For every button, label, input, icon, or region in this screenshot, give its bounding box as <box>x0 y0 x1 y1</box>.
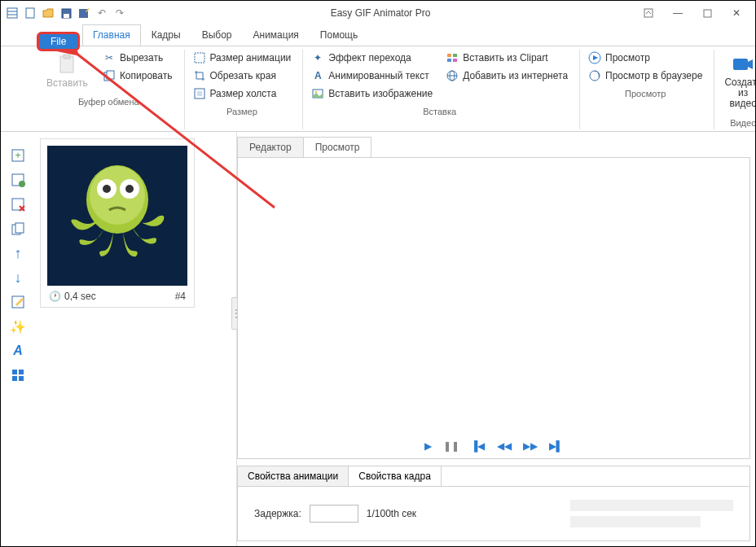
scissors-icon: ✂ <box>103 51 116 64</box>
app-window: ↶ ↷ Easy GIF Animator Pro — ✕ File Главн… <box>1 1 755 546</box>
undo-icon[interactable]: ↶ <box>95 7 108 20</box>
pause-button[interactable]: ❚❚ <box>443 440 459 452</box>
close-button[interactable]: ✕ <box>723 4 750 22</box>
tab-main[interactable]: Главная <box>82 24 141 46</box>
crop-button[interactable]: Обрезать края <box>190 68 295 84</box>
redo-icon[interactable]: ↷ <box>113 7 126 20</box>
clipart-icon <box>446 51 459 64</box>
duplicate-frame-icon[interactable] <box>10 221 26 237</box>
title-bar: ↶ ↷ Easy GIF Animator Pro — ✕ <box>1 1 755 25</box>
placeholder-bar <box>570 516 701 527</box>
svg-rect-44 <box>12 370 17 374</box>
first-frame-button[interactable]: ▐◀ <box>471 440 486 452</box>
sparkle-icon: ✦ <box>311 51 324 64</box>
octopus-icon <box>56 155 178 277</box>
svg-rect-6 <box>79 9 88 18</box>
insert-frame-icon[interactable] <box>10 172 26 188</box>
from-clipart-button[interactable]: Вставить из Clipart <box>442 50 571 66</box>
group-clipboard-label: Буфер обмена <box>42 94 176 107</box>
group-size-label: Размер <box>190 103 295 116</box>
clock-icon: 🕐 <box>49 291 61 302</box>
delay-input[interactable] <box>310 505 358 523</box>
editor-tab[interactable]: Редактор <box>237 137 304 157</box>
preview-tab[interactable]: Просмотр <box>303 137 372 157</box>
grid-icon[interactable] <box>10 367 26 383</box>
paste-button: Вставить <box>42 50 93 92</box>
paste-label: Вставить <box>46 77 88 89</box>
copy-icon <box>103 69 116 82</box>
create-from-video-button[interactable]: Создать из видео <box>719 50 756 113</box>
svg-rect-15 <box>197 91 202 96</box>
image-icon <box>311 87 324 100</box>
delay-unit: 1/100th сек <box>367 508 416 519</box>
window-controls: — ✕ <box>635 4 750 22</box>
maximize-button[interactable] <box>693 4 721 22</box>
resize-icon <box>193 51 206 64</box>
open-folder-icon[interactable] <box>42 7 55 20</box>
properties-panel: Свойства анимации Свойства кадра Задержк… <box>237 466 750 541</box>
frames-panel: 🕐0,4 sec #4 ⋮ <box>33 132 237 546</box>
browser-preview-button[interactable]: Просмотр в браузере <box>585 68 705 84</box>
save-as-icon[interactable] <box>77 7 90 20</box>
group-insert: ✦Эффект перехода AАнимированный текст Вс… <box>303 50 580 129</box>
svg-rect-45 <box>19 370 24 374</box>
group-size: Размер анимации Обрезать края Размер хол… <box>185 50 304 129</box>
wand-icon[interactable]: ✨ <box>10 318 26 335</box>
quick-access-toolbar: ↶ ↷ <box>6 7 126 20</box>
svg-rect-13 <box>195 53 204 63</box>
tab-animation[interactable]: Анимация <box>243 24 310 46</box>
group-clipboard: Вставить ✂Вырезать Копировать Буфер обме… <box>37 50 185 129</box>
delete-frame-icon[interactable] <box>10 196 26 212</box>
window-title: Easy GIF Animator Pro <box>126 7 635 19</box>
copy-button[interactable]: Копировать <box>99 68 176 84</box>
camera-icon <box>732 53 754 76</box>
tab-frames[interactable]: Кадры <box>141 24 191 46</box>
crop-icon <box>193 69 206 82</box>
edit-frame-icon[interactable] <box>10 294 26 310</box>
group-preview: Просмотр Просмотр в браузере Просмотр <box>580 50 714 129</box>
canvas-size-button[interactable]: Размер холста <box>190 85 295 102</box>
preview-button[interactable]: Просмотр <box>585 50 705 66</box>
transition-button[interactable]: ✦Эффект перехода <box>308 50 436 66</box>
file-tab[interactable]: File <box>37 32 80 51</box>
preview-canvas: ▶ ❚❚ ▐◀ ◀◀ ▶▶ ▶▌ <box>237 158 750 459</box>
svg-rect-12 <box>107 71 114 79</box>
svg-rect-27 <box>733 59 748 70</box>
svg-rect-18 <box>447 54 451 57</box>
prev-frame-button[interactable]: ◀◀ <box>497 440 512 452</box>
move-down-icon[interactable]: ↓ <box>10 269 26 286</box>
frame-card[interactable]: 🕐0,4 sec #4 <box>40 138 195 308</box>
text-tool-icon[interactable]: A <box>10 343 26 359</box>
create-from-video-label: Создать из видео <box>724 77 756 110</box>
film-icon[interactable] <box>6 7 19 20</box>
move-up-icon[interactable]: ↑ <box>10 245 26 261</box>
save-icon[interactable] <box>59 7 73 20</box>
playback-controls: ▶ ❚❚ ▐◀ ◀◀ ▶▶ ▶▌ <box>238 440 749 452</box>
file-tab-label: File <box>51 36 66 47</box>
anim-text-button[interactable]: AАнимированный текст <box>308 68 436 84</box>
new-file-icon[interactable] <box>24 7 37 20</box>
tab-help[interactable]: Помощь <box>310 24 368 46</box>
tab-selection[interactable]: Выбор <box>191 24 243 46</box>
svg-text:+: + <box>15 150 20 161</box>
svg-rect-19 <box>453 54 457 57</box>
group-insert-label: Вставка <box>308 103 571 116</box>
insert-image-button[interactable]: Вставить изображение <box>308 85 436 102</box>
play-button[interactable]: ▶ <box>424 440 432 452</box>
svg-rect-3 <box>26 8 34 18</box>
svg-point-33 <box>125 185 134 193</box>
ribbon-collapse-icon[interactable] <box>635 4 662 22</box>
anim-props-tab[interactable]: Свойства анимации <box>237 466 349 486</box>
last-frame-button[interactable]: ▶▌ <box>549 440 564 452</box>
anim-size-button[interactable]: Размер анимации <box>190 50 295 66</box>
from-internet-button[interactable]: Добавить из интернета <box>442 68 571 84</box>
svg-rect-20 <box>447 59 451 62</box>
minimize-button[interactable]: — <box>664 4 692 22</box>
properties-tabs: Свойства анимации Свойства кадра <box>238 466 749 487</box>
svg-rect-7 <box>644 9 653 17</box>
add-frame-icon[interactable]: + <box>10 147 26 164</box>
next-frame-button[interactable]: ▶▶ <box>523 440 538 452</box>
right-pane: Редактор Просмотр ▶ ❚❚ ▐◀ ◀◀ ▶▶ ▶▌ Свойс… <box>237 132 755 546</box>
cut-button[interactable]: ✂Вырезать <box>99 50 176 66</box>
frame-props-tab[interactable]: Свойства кадра <box>348 466 442 486</box>
